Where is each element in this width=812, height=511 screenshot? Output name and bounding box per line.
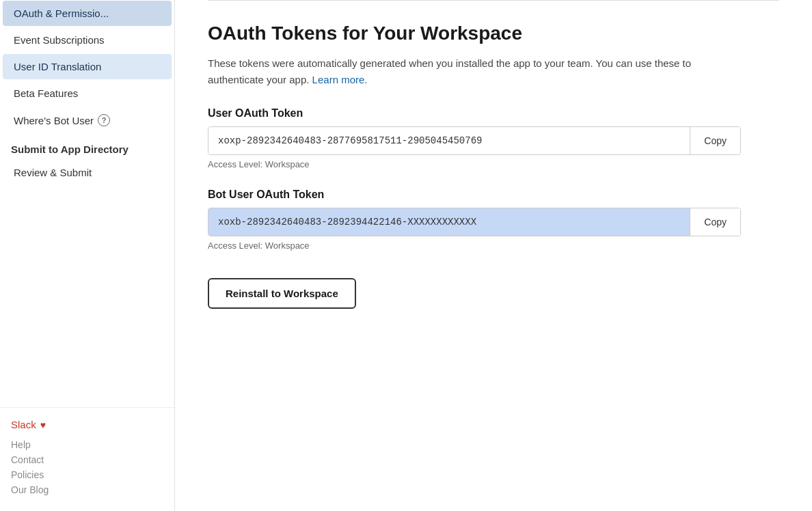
user-oauth-token-section: User OAuth Token Copy Access Level: Work… — [208, 107, 779, 169]
user-token-input[interactable] — [208, 127, 690, 154]
sidebar-footer: Slack ♥ Help Contact Policies Our Blog — [0, 407, 174, 511]
slack-brand-name: Slack — [11, 419, 36, 430]
bot-oauth-token-section: Bot User OAuth Token Copy Access Level: … — [208, 189, 779, 251]
sidebar-item-review-submit[interactable]: Review & Submit — [3, 160, 172, 185]
footer-link-policies[interactable]: Policies — [11, 467, 163, 482]
sidebar: OAuth & Permissio... Event Subscriptions… — [0, 0, 175, 511]
sidebar-section-header-submit: Submit to App Directory — [0, 134, 174, 159]
sidebar-item-label: User ID Translation — [14, 61, 101, 72]
sidebar-item-label: Review & Submit — [14, 167, 92, 178]
learn-more-link[interactable]: Learn more. — [312, 74, 368, 85]
sidebar-item-beta-features[interactable]: Beta Features — [3, 81, 172, 106]
user-token-access-level: Access Level: Workspace — [208, 159, 779, 169]
sidebar-item-oauth-permissions[interactable]: OAuth & Permissio... — [3, 1, 172, 26]
footer-link-blog[interactable]: Our Blog — [11, 482, 163, 497]
user-token-input-row: Copy — [208, 126, 741, 155]
user-token-label: User OAuth Token — [208, 107, 779, 120]
sidebar-item-label: Event Subscriptions — [14, 34, 105, 46]
sidebar-item-user-id-translation[interactable]: User ID Translation — [3, 54, 172, 79]
bot-token-input[interactable] — [208, 208, 690, 236]
sidebar-item-label: Where's Bot User — [14, 115, 94, 126]
heart-icon: ♥ — [40, 419, 46, 430]
top-divider — [208, 0, 779, 1]
description: These tokens were automatically generate… — [208, 55, 727, 88]
sidebar-item-event-subscriptions[interactable]: Event Subscriptions — [3, 27, 172, 53]
footer-link-contact[interactable]: Contact — [11, 452, 163, 467]
main-content: OAuth Tokens for Your Workspace These to… — [175, 0, 812, 511]
sidebar-item-label: OAuth & Permissio... — [14, 8, 109, 19]
slack-brand: Slack ♥ — [11, 419, 163, 430]
help-circle-icon: ? — [98, 114, 110, 126]
page-title: OAuth Tokens for Your Workspace — [208, 23, 779, 44]
bot-token-copy-button[interactable]: Copy — [690, 208, 740, 236]
sidebar-item-label: Beta Features — [14, 87, 78, 99]
bot-token-label: Bot User OAuth Token — [208, 189, 779, 201]
bot-token-access-level: Access Level: Workspace — [208, 240, 779, 251]
reinstall-button[interactable]: Reinstall to Workspace — [208, 278, 356, 309]
footer-link-help[interactable]: Help — [11, 437, 163, 452]
description-text: These tokens were automatically generate… — [208, 57, 691, 85]
bot-token-input-row: Copy — [208, 208, 741, 236]
sidebar-item-wheres-bot-user[interactable]: Where's Bot User ? — [3, 107, 172, 133]
user-token-copy-button[interactable]: Copy — [690, 127, 740, 154]
